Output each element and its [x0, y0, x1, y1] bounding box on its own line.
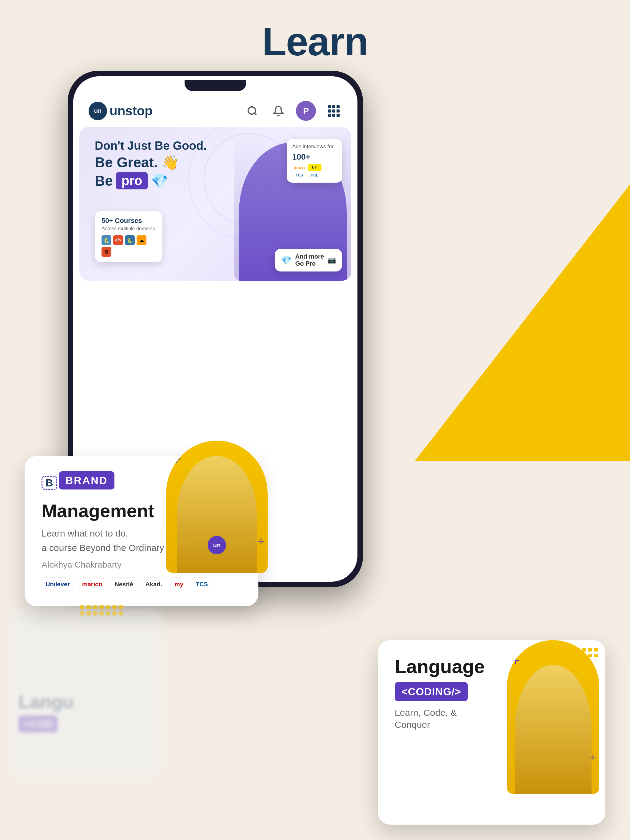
go-pro-diamond-icon: 💎	[281, 255, 291, 265]
brand-card-person: un + +	[166, 441, 268, 573]
grid-menu-icon[interactable]	[325, 103, 342, 119]
nav-icons: P	[244, 101, 342, 121]
dots-pattern-brand	[80, 605, 123, 616]
bell-icon[interactable]	[270, 103, 287, 119]
course-icon-python2: 🐍	[125, 235, 135, 245]
tcs-logo: TCS	[292, 172, 306, 178]
unilever-logo: Unilever	[41, 578, 74, 591]
camera-icon: 📷	[328, 256, 336, 264]
companies-label: Ace interviews for	[292, 144, 337, 150]
ey-logo: EY	[308, 164, 321, 171]
language-card-person: + +	[507, 640, 599, 794]
svg-point-0	[248, 107, 255, 114]
bg-card-blurred-text: Langu <COD	[19, 691, 74, 733]
nestle-logo: Nestlé	[111, 578, 137, 591]
my-logo: my	[171, 578, 187, 591]
navbar: un unstop	[73, 95, 358, 127]
course-icon-aws: ☁	[136, 235, 146, 245]
logo-text: unstop	[109, 104, 153, 118]
companies-count: 100+	[292, 152, 337, 162]
plus-decoration: +	[172, 450, 181, 467]
pro-badge: pro	[116, 172, 148, 189]
plus-decoration2: +	[258, 534, 264, 548]
courses-count: 50+ Courses	[101, 217, 156, 225]
language-coding-card[interactable]: Language <CODING/> Learn, Code, & Conque…	[378, 640, 605, 825]
courses-mini-card: 50+ Courses Across multiple domains 🐍 </…	[95, 211, 162, 262]
phone-notch	[185, 80, 246, 91]
logo-container: un unstop	[89, 102, 153, 120]
tcs-brand-logo: TCS	[192, 578, 212, 591]
phone-top-bar	[73, 76, 358, 95]
placeholder-logo2	[323, 172, 337, 178]
course-icon-html: </>	[113, 235, 123, 245]
course-icon-gear: ⚙	[101, 247, 111, 257]
marico-logo: marico	[78, 578, 106, 591]
course-icon-python: 🐍	[101, 235, 111, 245]
brand-companies-logos: Unilever marico Nestlé Akad. my TCS	[41, 578, 242, 591]
akademia-logo: Akad.	[141, 578, 166, 591]
courses-icons-row: 🐍 </> 🐍 ☁ ⚙	[101, 235, 156, 257]
companies-card: Ace interviews for 100+ amzn EY TCS HCL	[287, 139, 342, 183]
yellow-triangle-decoration	[415, 185, 630, 461]
logo-icon: un	[89, 102, 107, 120]
hero-diamond: 💎	[151, 172, 168, 189]
hero-be-text: Be	[95, 172, 113, 189]
search-icon[interactable]	[244, 103, 261, 119]
courses-desc: Across multiple domains	[101, 226, 156, 232]
go-pro-card[interactable]: 💎 And moreGo Pro 📷	[275, 249, 342, 272]
brand-tag: BRAND	[59, 471, 115, 489]
page-title: Learn	[0, 0, 630, 65]
lang-plus2: +	[590, 751, 596, 763]
go-pro-text: And moreGo Pro	[295, 253, 324, 267]
avatar[interactable]: P	[296, 101, 316, 121]
hcl-logo: HCL	[308, 172, 321, 178]
amazon-logo: amzn	[292, 164, 306, 171]
logo-un-text: un	[94, 107, 101, 114]
coding-badge: <CODING/>	[395, 682, 468, 701]
placeholder-logo	[323, 164, 337, 171]
lang-plus1: +	[511, 652, 519, 668]
brand-management-card[interactable]: B BRAND Management Learn what not to do,…	[25, 456, 258, 606]
companies-logos: amzn EY TCS HCL	[292, 164, 337, 178]
hero-banner: Don't Just Be Good. Be Great. 👋 Be pro 💎…	[79, 127, 351, 281]
